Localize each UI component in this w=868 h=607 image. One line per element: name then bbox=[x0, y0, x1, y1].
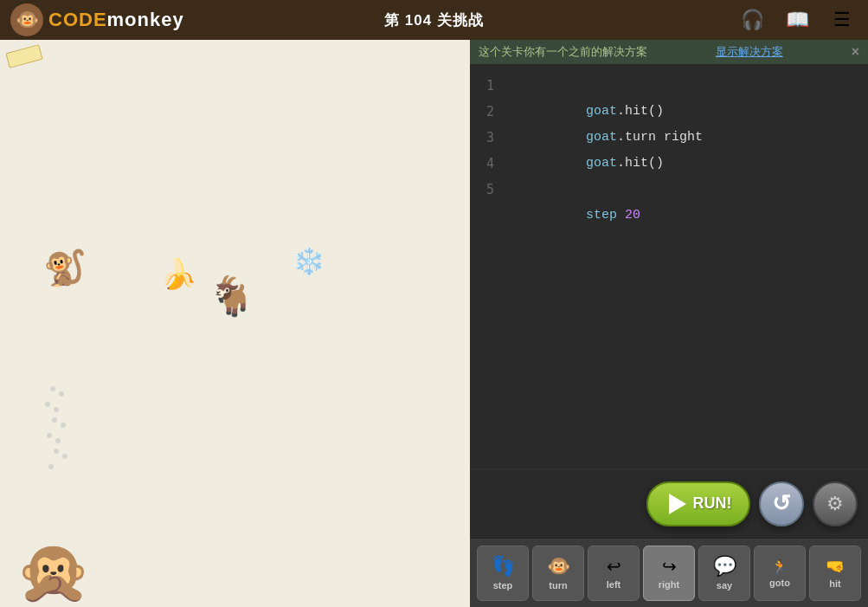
notice-close-button[interactable]: × bbox=[852, 44, 859, 60]
run-button[interactable]: RUN! bbox=[646, 481, 750, 526]
cmd-turn-button[interactable]: 🐵 turn bbox=[532, 546, 584, 601]
run-label: RUN! bbox=[693, 494, 732, 513]
menu-icon[interactable]: ☰ bbox=[826, 4, 858, 36]
right-icon: ↪ bbox=[662, 556, 677, 577]
left-icon: ↩ bbox=[607, 556, 621, 577]
code-line-5: 5 step 20 bbox=[470, 177, 868, 203]
line-number-2: 2 bbox=[470, 99, 508, 125]
line-number-3: 3 bbox=[470, 125, 508, 151]
cmd-step-button[interactable]: 👣 step bbox=[477, 546, 529, 601]
header-title: 第 104 关挑战 bbox=[384, 10, 484, 30]
notice-link[interactable]: 显示解决方案 bbox=[716, 44, 783, 60]
ruler-icon bbox=[5, 44, 42, 68]
logo-monkey-text: monkey bbox=[107, 9, 184, 30]
logo-area: 🐵 CODEmonkey bbox=[10, 3, 184, 36]
say-icon: 💬 bbox=[713, 555, 736, 578]
turn-icon: 🐵 bbox=[547, 555, 570, 578]
editor-area: 这个关卡你有一个之前的解决方案 显示解决方案 × 1 goat.hit() 2 … bbox=[470, 40, 868, 607]
notice-bar: 这个关卡你有一个之前的解决方案 显示解决方案 × bbox=[470, 40, 868, 64]
goto-label: goto bbox=[769, 578, 790, 588]
right-label: right bbox=[659, 579, 679, 590]
hit-label: hit bbox=[829, 578, 840, 589]
logo-code: CODE bbox=[48, 9, 107, 30]
logo-monkey-icon: 🐵 bbox=[10, 3, 43, 36]
cmd-say-button[interactable]: 💬 say bbox=[698, 546, 750, 601]
ice-item: ❄️ bbox=[293, 246, 325, 276]
logo-text: CODEmonkey bbox=[48, 9, 184, 31]
line-content-5: step 20 bbox=[508, 177, 640, 255]
toolbar: 👣 step 🐵 turn ↩ left ↪ right 💬 say bbox=[470, 538, 868, 607]
reset-icon: ↺ bbox=[772, 490, 791, 517]
play-icon bbox=[669, 494, 686, 514]
code-line-1: 1 goat.hit() bbox=[470, 73, 868, 99]
main-layout: 🐒 🍌 🐐 ❄️ 🙊 这个关卡你有一个之前的解决方案 显示解决方案 × bbox=[0, 40, 868, 607]
map-icon[interactable]: 📖 bbox=[781, 4, 813, 36]
line-number-5: 5 bbox=[470, 177, 508, 203]
goat-character: 🐐 bbox=[208, 274, 255, 319]
goto-icon: 🏃 bbox=[771, 559, 788, 575]
header: 🐵 CODEmonkey 第 104 关挑战 🎧 📖 ☰ bbox=[0, 0, 868, 40]
cmd-goto-button[interactable]: 🏃 goto bbox=[754, 546, 806, 601]
monkey-character: 🐒 bbox=[43, 248, 87, 288]
left-label: left bbox=[607, 579, 621, 590]
cmd-hit-button[interactable]: 🤜 hit bbox=[809, 546, 861, 601]
code-editor[interactable]: 1 goat.hit() 2 goat.turn right 3 goat.hi… bbox=[470, 64, 868, 468]
header-icons: 🎧 📖 ☰ bbox=[736, 4, 858, 36]
line-number-4: 4 bbox=[470, 151, 508, 177]
game-area: 🐒 🍌 🐐 ❄️ 🙊 bbox=[0, 40, 470, 607]
step-icon: 👣 bbox=[492, 555, 515, 578]
hit-icon: 🤜 bbox=[826, 557, 845, 576]
bottom-bar: RUN! ↺ ⚙ bbox=[470, 468, 868, 538]
say-label: say bbox=[717, 580, 732, 591]
settings-icon: ⚙ bbox=[826, 493, 844, 515]
monkey-bottom-character: 🙊 bbox=[16, 536, 91, 607]
banana-item: 🍌 bbox=[160, 256, 196, 291]
line-number-1: 1 bbox=[470, 73, 508, 99]
settings-button[interactable]: ⚙ bbox=[813, 481, 858, 526]
cmd-right-button[interactable]: ↪ right bbox=[643, 546, 695, 601]
cmd-left-button[interactable]: ↩ left bbox=[588, 546, 640, 601]
turn-label: turn bbox=[549, 580, 567, 591]
headphones-icon[interactable]: 🎧 bbox=[736, 4, 768, 36]
step-label: step bbox=[493, 580, 513, 591]
code-line-2: 2 goat.turn right bbox=[470, 99, 868, 125]
notice-text: 这个关卡你有一个之前的解决方案 bbox=[479, 44, 647, 60]
reset-button[interactable]: ↺ bbox=[759, 481, 804, 526]
